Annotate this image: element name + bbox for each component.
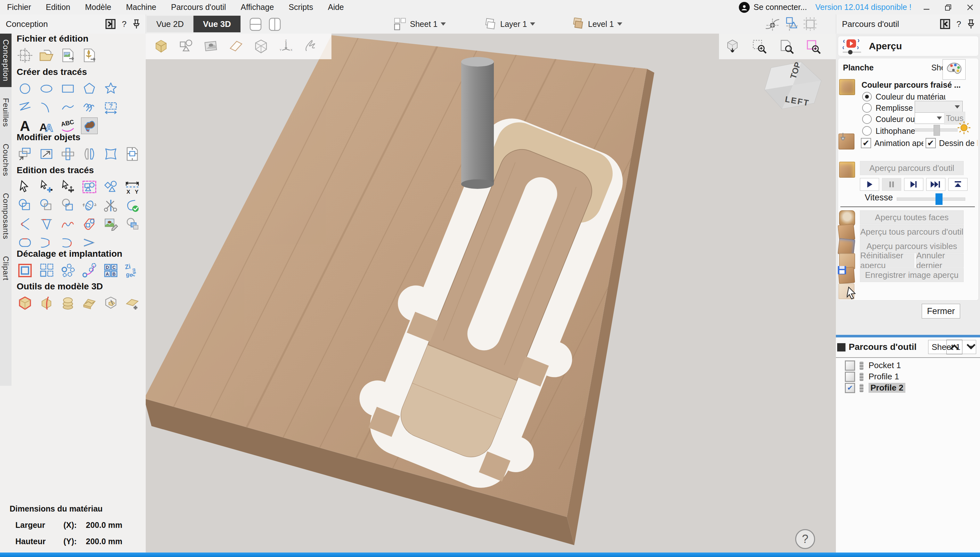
move-up-button[interactable] [946,340,962,354]
panel-splitter[interactable] [836,335,980,337]
move-nodes-icon[interactable] [60,179,76,195]
play-button[interactable] [860,178,879,191]
save-preview-image-button[interactable]: Enregistrer image aperçu [860,268,964,282]
select-icon[interactable] [17,179,33,195]
tool-color-dropdown[interactable] [915,112,945,124]
pin-icon[interactable] [132,19,140,29]
job-setup-icon[interactable] [17,47,33,64]
step-forward-button[interactable] [904,178,923,191]
fit-curves-icon[interactable] [60,216,76,233]
minimize-button[interactable] [920,2,933,13]
radio-material-color[interactable]: Couleur du matériau [862,92,946,101]
mirror-icon[interactable] [81,146,98,162]
split-vertical-icon[interactable] [267,17,282,33]
fast-forward-button[interactable] [926,178,946,191]
draw-polyline-icon[interactable] [17,99,33,116]
toolpath-drawing-icon[interactable] [303,38,319,55]
model-boundary-icon[interactable] [17,295,33,311]
3d-viewport[interactable]: ZYX TOP LEFT ? [146,34,836,552]
import-vectors-icon[interactable] [81,47,98,64]
trim-icon[interactable] [103,197,119,214]
show-vectors-icon[interactable] [178,38,194,55]
radio-global-fill[interactable]: Remplisse Globale [862,103,915,113]
preview-toolpath-button[interactable]: Aperçu parcours d'outil [860,161,964,175]
chamfer-icon[interactable] [38,216,55,233]
menu-aide[interactable]: Aide [328,3,344,12]
toolpath-checkbox[interactable] [845,360,855,371]
close-button[interactable] [963,2,977,13]
auto-text-icon[interactable]: AA [38,117,55,134]
crop-bitmap-icon[interactable] [124,216,140,233]
layer-selector[interactable]: Layer 1 [484,18,535,30]
tab-feuilles[interactable]: Feuilles [0,92,11,133]
offset-icon[interactable] [17,262,33,279]
draw-star-icon[interactable] [103,80,119,97]
snap-to-grid-icon[interactable] [802,16,819,34]
weld-icon[interactable] [17,197,33,214]
slice-model-icon[interactable] [38,295,55,311]
menu-modele[interactable]: Modèle [85,3,111,12]
align-center-icon[interactable] [60,146,76,162]
help-icon[interactable]: ? [122,19,127,29]
delete-preview-icon[interactable] [838,283,854,299]
restore-button[interactable] [942,2,955,13]
toolpath-checkbox[interactable] [845,372,855,382]
resize-document-icon[interactable] [124,146,140,162]
view-orientation-cube[interactable]: TOP LEFT [762,61,825,112]
menu-edition[interactable]: Edition [46,3,70,12]
node-edit-icon[interactable] [38,179,55,195]
iso-view-icon[interactable] [724,38,741,55]
extract-model-icon[interactable] [103,295,119,311]
checkbox-animate-preview[interactable]: ✔Animation aperçu [861,138,923,148]
intersect-icon[interactable] [60,197,76,214]
subtract-icon[interactable] [38,197,55,214]
show-model-icon[interactable] [153,38,170,55]
set-size-icon[interactable] [38,146,55,162]
measure-icon[interactable]: XY [124,179,140,195]
menu-fichier[interactable]: Fichier [7,3,31,12]
copy-along-curve-icon[interactable] [81,262,98,279]
show-material-icon[interactable] [228,38,245,55]
tabs-icon[interactable] [81,216,98,233]
draw-circle-icon[interactable] [17,80,33,97]
import-bitmap-icon[interactable] [60,47,76,64]
help-icon[interactable]: ? [957,19,961,29]
draw-text-icon[interactable]: A [17,117,33,134]
move-scale-icon[interactable] [17,146,33,162]
draw-arc-icon[interactable] [38,99,55,116]
draw-curve-icon[interactable] [60,99,76,116]
menu-scripts[interactable]: Scripts [289,3,313,12]
array-copy-icon[interactable] [38,262,55,279]
hatch-icon[interactable] [81,197,98,214]
stack-slices-icon[interactable] [60,295,76,311]
move-down-button[interactable] [963,340,979,354]
lithophane-slider[interactable] [915,129,957,132]
draw-freehand-icon[interactable] [81,99,98,116]
close-vector-icon[interactable] [124,197,140,214]
level-selector[interactable]: Level 1 [572,18,622,30]
sheet-selector[interactable]: Sheet 1 [394,18,446,30]
select-boundary-icon[interactable] [81,179,98,195]
tab-conception[interactable]: Conception [0,34,11,87]
axes-icon[interactable]: ZYX [278,38,294,55]
tab-composants[interactable]: Composants [0,187,11,245]
material-color-button[interactable] [942,59,965,80]
preview-all-sides-button[interactable]: Aperçu toutes faces [860,210,964,225]
sign-in-button[interactable]: Se connecter... [739,2,807,13]
toolpath-checkbox[interactable]: ✔ [845,383,855,393]
toolpath-item-profile-1[interactable]: Profile 1 [845,372,980,381]
toolpath-item-pocket-1[interactable]: Pocket 1 [845,361,980,370]
global-fill-color-dropdown[interactable] [915,101,963,113]
preview-all-toolpaths-button[interactable]: Aperçu tous parcours d'outil [860,225,964,239]
weld-shapes-icon[interactable] [103,179,119,195]
reset-preview-button[interactable]: Réinitialiser aperçu [860,254,914,268]
menu-machine[interactable]: Machine [126,3,156,12]
checkbox-draw-tool[interactable]: ✔Dessin de l'outil [926,138,977,148]
tab-clipart[interactable]: Clipart [0,250,11,286]
tab-vue-3d[interactable]: Vue 3D [194,16,241,33]
circular-copy-icon[interactable] [60,262,76,279]
update-link[interactable]: Version 12.014 disponible ! [815,3,912,12]
menu-affichage[interactable]: Affichage [241,3,274,12]
run-to-end-button[interactable] [948,178,967,191]
tab-couches[interactable]: Couches [0,138,11,182]
